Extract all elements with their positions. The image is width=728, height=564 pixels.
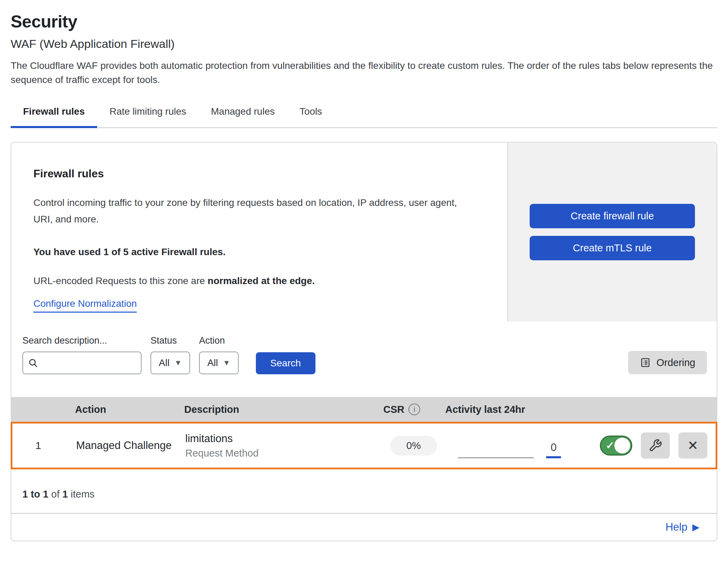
header-csr-label: CSR (383, 404, 404, 415)
ordering-button[interactable]: Ordering (628, 351, 707, 374)
header-activity: Activity last 24hr (445, 404, 597, 415)
normalization-prefix: URL-encoded Requests to this zone are (33, 275, 208, 286)
rule-controls: ✓ ✕ (598, 432, 716, 459)
arrow-right-icon: ▶ (692, 522, 699, 533)
close-icon: ✕ (687, 439, 698, 452)
page-subtitle: WAF (Web Application Firewall) (11, 37, 717, 51)
normalization-bold: normalized at the edge. (208, 275, 315, 286)
chevron-down-icon: ▼ (223, 358, 230, 367)
card-top-section: Firewall rules Control incoming traffic … (11, 143, 717, 322)
card-heading: Firewall rules (33, 167, 487, 180)
firewall-rule-row[interactable]: 1 Managed Challenge limitations Request … (11, 422, 717, 469)
usage-text: You have used 1 of 5 active Firewall rul… (33, 247, 487, 258)
normalization-text: URL-encoded Requests to this zone are no… (33, 275, 487, 286)
help-row: Help ▶ (11, 513, 717, 541)
help-label: Help (665, 521, 687, 533)
summary-total: 1 (62, 489, 68, 500)
activity-sparkline (458, 455, 534, 458)
card-description: Control incoming traffic to your zone by… (33, 195, 478, 227)
tab-tools[interactable]: Tools (287, 101, 334, 128)
rule-description: limitations (185, 432, 381, 445)
action-select[interactable]: All ▼ (199, 352, 239, 374)
tab-managed-rules[interactable]: Managed rules (199, 101, 287, 128)
tab-rate-limiting-rules[interactable]: Rate limiting rules (97, 101, 199, 128)
tab-firewall-rules[interactable]: Firewall rules (11, 101, 97, 128)
create-mtls-rule-button[interactable]: Create mTLS rule (530, 236, 695, 260)
rule-activity-cell: 0 (446, 433, 598, 458)
rule-csr-cell: 0% (381, 436, 446, 456)
page-title: Security (11, 12, 717, 32)
csr-badge: 0% (390, 436, 437, 456)
search-group: Search description... (22, 335, 142, 374)
summary-range: 1 to 1 (22, 489, 49, 500)
waf-page: Security WAF (Web Application Firewall) … (0, 0, 728, 541)
search-button[interactable]: Search (256, 352, 315, 374)
rule-priority: 1 (12, 440, 64, 451)
page-description: The Cloudflare WAF provides both automat… (11, 59, 717, 87)
configure-normalization-link[interactable]: Configure Normalization (33, 298, 137, 313)
header-description: Description (177, 404, 380, 415)
action-filter-group: Action All ▼ (199, 335, 239, 374)
edit-rule-button[interactable] (641, 432, 670, 459)
header-csr: CSR i (380, 404, 445, 415)
delete-rule-button[interactable]: ✕ (678, 432, 707, 459)
status-filter-group: Status All ▼ (150, 335, 190, 374)
status-label: Status (150, 335, 190, 346)
check-icon: ✓ (606, 439, 614, 451)
rule-description-sub: Request Method (185, 448, 381, 459)
search-input-wrap (22, 352, 142, 374)
toggle-knob (614, 438, 630, 453)
filter-bar: Search description... Status All ▼ (11, 322, 717, 397)
status-select[interactable]: All ▼ (150, 352, 190, 374)
table-header: Action Description CSR i Activity last 2… (11, 397, 717, 422)
action-label: Action (199, 335, 239, 346)
search-label: Search description... (22, 335, 142, 346)
rule-description-cell: limitations Request Method (178, 432, 381, 459)
summary-of: of (51, 489, 60, 500)
ordering-button-label: Ordering (656, 357, 695, 368)
summary-items: items (71, 489, 94, 500)
firewall-rules-card: Firewall rules Control incoming traffic … (11, 142, 717, 541)
pagination-summary: 1 to 1 of 1 items (11, 469, 717, 513)
card-actions-panel: Create firewall rule Create mTLS rule (507, 143, 717, 322)
chevron-down-icon: ▼ (174, 358, 182, 367)
action-select-value: All (207, 357, 218, 368)
info-icon[interactable]: i (408, 404, 420, 415)
rule-action: Managed Challenge (64, 439, 178, 452)
create-firewall-rule-button[interactable]: Create firewall rule (530, 204, 695, 228)
ordered-list-icon (640, 357, 651, 368)
header-action: Action (63, 404, 177, 415)
search-icon (28, 358, 38, 368)
status-select-value: All (159, 357, 169, 368)
help-link[interactable]: Help ▶ (665, 521, 699, 533)
wrench-icon (648, 439, 662, 452)
search-input[interactable] (42, 357, 136, 369)
firewall-rules-info: Firewall rules Control incoming traffic … (11, 143, 507, 322)
waf-tabs: Firewall rules Rate limiting rules Manag… (11, 101, 717, 128)
activity-count-link[interactable]: 0 (546, 442, 561, 458)
rule-enabled-toggle[interactable]: ✓ (600, 436, 632, 456)
